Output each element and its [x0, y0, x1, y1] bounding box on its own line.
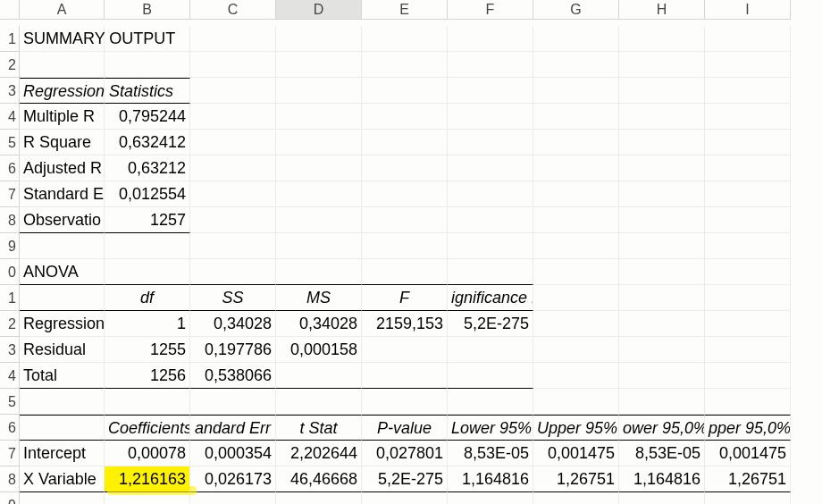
cell-value[interactable]: 1,26751	[705, 466, 791, 492]
cell-value[interactable]: 0,027801	[362, 441, 448, 466]
cell[interactable]	[619, 52, 705, 78]
cell[interactable]	[705, 104, 791, 130]
cell[interactable]	[533, 155, 619, 181]
cell[interactable]	[533, 233, 619, 259]
cell-value[interactable]: 1,26751	[533, 466, 619, 492]
cell-value[interactable]: 0,000354	[190, 441, 276, 466]
anova-col-f[interactable]: F	[362, 285, 448, 311]
coef-col[interactable]: Lower 95%	[448, 415, 533, 441]
cell[interactable]	[533, 285, 619, 311]
cell[interactable]	[20, 492, 105, 504]
cell[interactable]	[619, 26, 705, 52]
cell-value[interactable]: 0,026173	[190, 466, 276, 492]
cell-label[interactable]: Total	[20, 363, 105, 389]
cell[interactable]	[362, 389, 448, 415]
cell[interactable]	[619, 104, 705, 130]
cell[interactable]	[705, 337, 791, 363]
coef-col[interactable]: t Stat	[276, 415, 362, 441]
cell[interactable]	[619, 389, 705, 415]
cell[interactable]	[448, 181, 533, 207]
cell-value[interactable]: 1,164816	[448, 466, 533, 492]
cell[interactable]	[533, 259, 619, 285]
cell[interactable]	[533, 311, 619, 337]
cell[interactable]	[190, 130, 276, 155]
cell-value[interactable]: 8,53E-05	[448, 441, 533, 466]
cell[interactable]	[362, 363, 448, 389]
cell[interactable]	[190, 155, 276, 181]
cell-value[interactable]: 5,2E-275	[362, 466, 448, 492]
cell-label[interactable]: Multiple R	[20, 104, 105, 130]
col-header-I[interactable]: I	[705, 0, 791, 20]
row-header[interactable]: 7	[0, 441, 20, 466]
cell[interactable]	[105, 259, 190, 285]
cell[interactable]	[533, 78, 619, 104]
cell[interactable]	[362, 207, 448, 233]
cell[interactable]	[190, 492, 276, 504]
cell[interactable]	[619, 78, 705, 104]
cell-label[interactable]: Standard E	[20, 181, 105, 207]
cell-label[interactable]: Intercept	[20, 441, 105, 466]
cell[interactable]	[619, 155, 705, 181]
cell[interactable]	[619, 363, 705, 389]
row-header[interactable]: 2	[0, 52, 20, 78]
col-header-E[interactable]: E	[362, 0, 448, 20]
cell[interactable]	[362, 78, 448, 104]
cell[interactable]	[448, 492, 533, 504]
coef-col[interactable]: ower 95,0%	[619, 415, 705, 441]
cell[interactable]	[448, 78, 533, 104]
cell-value[interactable]: 0,538066	[190, 363, 276, 389]
cell-value[interactable]: 0,001475	[705, 441, 791, 466]
cell-value[interactable]: 1	[105, 311, 190, 337]
cell-value[interactable]: 46,46668	[276, 466, 362, 492]
coef-col[interactable]: pper 95,0%	[705, 415, 791, 441]
cell-value[interactable]: 0,001475	[533, 441, 619, 466]
coef-col[interactable]: andard Err	[190, 415, 276, 441]
cell[interactable]	[190, 233, 276, 259]
cell[interactable]	[190, 181, 276, 207]
cell[interactable]	[619, 492, 705, 504]
cell[interactable]	[619, 207, 705, 233]
coef-col[interactable]: P-value	[362, 415, 448, 441]
cell[interactable]	[190, 389, 276, 415]
cell[interactable]	[533, 337, 619, 363]
cell-value[interactable]: 0,63212	[105, 155, 190, 181]
cell[interactable]	[276, 130, 362, 155]
cell-A1[interactable]: SUMMARY OUTPUT	[20, 26, 105, 52]
cell[interactable]	[619, 285, 705, 311]
cell-value[interactable]: 5,2E-275	[448, 311, 533, 337]
cell[interactable]	[362, 259, 448, 285]
cell[interactable]	[20, 233, 105, 259]
cell-value[interactable]: 2,202644	[276, 441, 362, 466]
cell[interactable]	[705, 207, 791, 233]
col-header-D[interactable]: D	[276, 0, 362, 20]
cell[interactable]	[705, 52, 791, 78]
cell[interactable]	[705, 130, 791, 155]
cell[interactable]	[705, 259, 791, 285]
coef-col[interactable]: Coefficients	[105, 415, 190, 441]
cell-value[interactable]: 0,00078	[105, 441, 190, 466]
row-header[interactable]: 4	[0, 104, 20, 130]
row-header[interactable]: 8	[0, 207, 20, 233]
cell[interactable]	[276, 26, 362, 52]
cell[interactable]	[190, 78, 276, 104]
cell[interactable]	[190, 259, 276, 285]
cell[interactable]	[448, 259, 533, 285]
row-header[interactable]: 6	[0, 415, 20, 441]
cell[interactable]	[276, 181, 362, 207]
cell[interactable]	[533, 389, 619, 415]
cell[interactable]	[105, 52, 190, 78]
cell[interactable]	[533, 181, 619, 207]
cell-value[interactable]: 0,197786	[190, 337, 276, 363]
cell[interactable]	[705, 311, 791, 337]
cell[interactable]	[362, 233, 448, 259]
cell[interactable]	[705, 492, 791, 504]
cell[interactable]	[190, 104, 276, 130]
cell[interactable]	[276, 233, 362, 259]
cell[interactable]	[276, 259, 362, 285]
cell[interactable]	[362, 130, 448, 155]
cell[interactable]	[362, 337, 448, 363]
anova-col-df[interactable]: df	[105, 285, 190, 311]
cell[interactable]	[190, 26, 276, 52]
cell[interactable]	[705, 233, 791, 259]
cell-value[interactable]: 1257	[105, 207, 190, 233]
